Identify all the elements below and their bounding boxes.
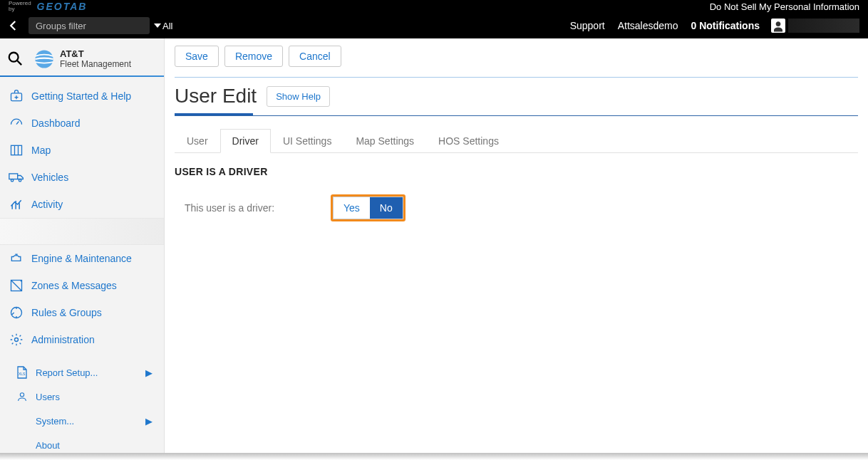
title-full-underline <box>175 115 858 116</box>
avatar[interactable] <box>771 19 785 33</box>
chevron-right-icon: ▶ <box>145 367 153 378</box>
caret-down-icon <box>154 22 161 29</box>
engine-icon <box>9 251 24 266</box>
tab-user[interactable]: User <box>175 129 220 152</box>
user-icon <box>772 20 785 33</box>
gauge-icon <box>9 116 24 130</box>
svg-point-1 <box>9 53 19 62</box>
support-link[interactable]: Support <box>570 20 605 31</box>
sidebar-sub-label: Users <box>36 392 60 402</box>
sidebar-item-engine[interactable]: Engine & Maintenance <box>0 245 164 272</box>
sidebar-item-activity[interactable]: Activity <box>0 191 164 218</box>
user-menu-tail[interactable] <box>788 19 859 33</box>
sidebar-item-map[interactable]: Map <box>0 137 164 164</box>
cancel-button[interactable]: Cancel <box>289 46 341 67</box>
brand-line1: AT&T <box>60 49 131 59</box>
sidebar-item-selected-hidden[interactable] <box>0 218 164 245</box>
sidebar-item-administration[interactable]: Administration <box>0 326 164 353</box>
sidebar: AT&T Fleet Management Getting Started & … <box>0 38 165 453</box>
att-globe-icon <box>34 49 54 69</box>
back-button[interactable] <box>4 16 23 35</box>
show-help-button[interactable]: Show Help <box>267 86 330 107</box>
sidebar-item-label: Map <box>31 145 51 156</box>
bar-chart-icon <box>9 197 24 211</box>
sidebar-item-label: Engine & Maintenance <box>31 253 132 264</box>
tab-ui-settings[interactable]: UI Settings <box>271 129 343 152</box>
sidebar-item-label: Dashboard <box>31 117 81 129</box>
zones-icon <box>9 278 24 293</box>
sidebar-sub-system[interactable]: System... ▶ <box>0 409 164 433</box>
section-heading: USER IS A DRIVER <box>175 166 858 177</box>
content: Save Remove Cancel User Edit Show Help U… <box>165 38 868 453</box>
sidebar-sub-report-setup[interactable]: XLS Report Setup... ▶ <box>0 360 164 385</box>
save-button[interactable]: Save <box>175 46 219 67</box>
svg-line-2 <box>17 61 21 65</box>
truck-icon <box>9 171 24 184</box>
sidebar-item-label: Rules & Groups <box>31 307 102 318</box>
sidebar-sub-users[interactable]: Users <box>0 385 164 409</box>
sidebar-sub-label: System... <box>36 416 74 427</box>
sidebar-item-label: Administration <box>31 334 95 345</box>
toggle-user-is-driver: Yes No <box>331 194 405 221</box>
menubar: Groups filter All Support Attsalesdemo 0… <box>0 13 868 38</box>
tab-driver[interactable]: Driver <box>220 129 271 153</box>
sidebar-item-getting-started[interactable]: Getting Started & Help <box>0 83 164 110</box>
sidebar-sub-label: About <box>36 440 60 451</box>
field-label: This user is a driver: <box>185 202 331 214</box>
help-kit-icon <box>9 89 24 103</box>
powered-by-label: Powered by <box>9 1 31 12</box>
sidebar-item-label: Vehicles <box>31 172 68 183</box>
svg-point-13 <box>19 179 21 182</box>
sidebar-item-vehicles[interactable]: Vehicles <box>0 164 164 191</box>
account-link[interactable]: Attsalesdemo <box>618 20 678 31</box>
sidebar-sub-about[interactable]: About <box>0 433 164 457</box>
notifications-link[interactable]: 0 Notifications <box>691 20 760 31</box>
remove-button[interactable]: Remove <box>224 46 283 67</box>
all-dropdown-label: All <box>162 21 172 31</box>
sidebar-separator <box>0 75 164 77</box>
groups-filter-input[interactable]: Groups filter <box>29 17 150 34</box>
svg-point-23 <box>20 393 24 397</box>
toggle-yes-button[interactable]: Yes <box>333 197 370 219</box>
tab-map-settings[interactable]: Map Settings <box>343 129 426 152</box>
sidebar-item-zones[interactable]: Zones & Messages <box>0 272 164 299</box>
sidebar-sub-label: Report Setup... <box>36 367 98 378</box>
sidebar-item-rules[interactable]: Rules & Groups <box>0 299 164 326</box>
field-row-user-is-driver: This user is a driver: Yes No <box>175 194 858 221</box>
map-icon <box>9 143 24 157</box>
svg-line-7 <box>16 122 19 125</box>
geotab-logo-text: GEOTAB <box>37 1 88 12</box>
sidebar-item-label: Activity <box>31 199 63 210</box>
brand-line2: Fleet Management <box>60 59 131 69</box>
do-not-sell-link[interactable]: Do Not Sell My Personal Information <box>710 1 859 12</box>
svg-text:XLS: XLS <box>19 372 26 376</box>
action-row: Save Remove Cancel <box>175 46 858 67</box>
search-button[interactable] <box>7 51 24 68</box>
sidebar-item-label: Zones & Messages <box>31 280 117 291</box>
gear-icon <box>9 333 24 347</box>
tab-hos-settings[interactable]: HOS Settings <box>426 129 511 152</box>
svg-point-12 <box>11 179 13 182</box>
chevron-right-icon: ▶ <box>145 416 153 427</box>
svg-rect-8 <box>11 145 22 155</box>
groups-filter-placeholder: Groups filter <box>36 21 86 31</box>
svg-rect-11 <box>9 174 18 179</box>
sidebar-item-dashboard[interactable]: Dashboard <box>0 110 164 137</box>
svg-marker-0 <box>154 23 161 28</box>
all-dropdown[interactable]: All <box>154 21 172 31</box>
title-bar: User Edit Show Help <box>175 85 858 108</box>
divider <box>175 77 858 78</box>
search-icon <box>7 51 23 66</box>
brand-row: AT&T Fleet Management <box>0 44 164 74</box>
toggle-no-button[interactable]: No <box>370 197 403 219</box>
rules-icon <box>9 305 24 320</box>
tabs: User Driver UI Settings Map Settings HOS… <box>175 129 858 153</box>
top-strip: Powered by GEOTAB Do Not Sell My Persona… <box>0 0 868 13</box>
xls-file-icon: XLS <box>16 366 28 379</box>
svg-point-21 <box>15 338 19 342</box>
sidebar-item-label: Getting Started & Help <box>31 90 131 102</box>
chevron-left-icon <box>7 19 20 32</box>
page-title: User Edit <box>175 85 257 108</box>
user-outline-icon <box>16 390 28 403</box>
